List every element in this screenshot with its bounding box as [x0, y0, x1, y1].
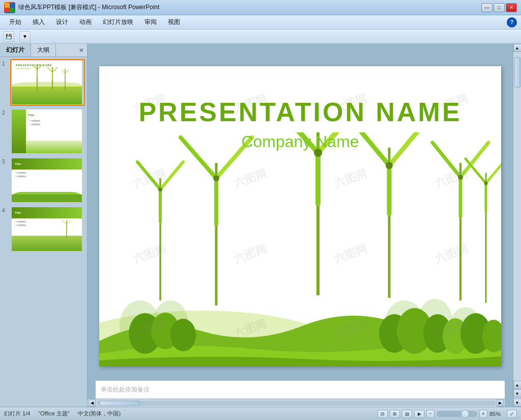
slide-item-4[interactable]: 4 Title • contents • contents	[2, 206, 85, 253]
menu-review[interactable]: 审阅	[139, 16, 162, 28]
svg-point-55	[458, 175, 463, 180]
main-slide[interactable]: 六图网 六图网 六图网 六图网 六图网 六图网 六图网 六图网 六图网 六图网 …	[99, 66, 501, 367]
svg-point-65	[484, 181, 488, 185]
slide-thumb-2[interactable]: Title • contents • contents	[10, 108, 85, 155]
slide-item-1[interactable]: 1 PRESENTATION NAME Company Name	[2, 59, 85, 106]
slide-item-3[interactable]: 3 Title • contents • contents	[2, 157, 85, 204]
save-button[interactable]: 💾	[3, 31, 14, 42]
notes-placeholder: 单击此处添加备注	[101, 385, 150, 394]
maximize-button[interactable]: □	[494, 3, 505, 12]
status-right: ⊟ ⊞ ▤ ▶ − + 85% ⤢	[378, 410, 517, 418]
svg-line-63	[486, 159, 501, 183]
slide-sorter-button[interactable]: ⊞	[390, 410, 400, 418]
svg-line-14	[65, 70, 69, 74]
status-bar: 幻灯片 1/4 "Office 主题" 中文(简体，中国) ⊟ ⊞ ▤ ▶ − …	[0, 407, 521, 420]
panel-tabs: 幻灯片 大纲 ✕	[0, 44, 87, 57]
zoom-plus-button[interactable]: +	[479, 410, 487, 418]
scroll-thumb[interactable]	[514, 57, 520, 88]
slide-thumb-4[interactable]: Title • contents • contents	[10, 206, 85, 253]
slide-number-4: 4	[2, 206, 8, 213]
slideshow-button[interactable]: ▶	[414, 410, 424, 418]
scroll-right-button[interactable]: ▶	[497, 400, 504, 407]
scroll-track	[513, 52, 521, 381]
zoom-slider[interactable]	[437, 411, 477, 417]
menu-bar: 开始 插入 设计 动画 幻灯片放映 审阅 视图 ?	[0, 15, 521, 30]
scroll-prev-slide[interactable]: ▲	[513, 381, 522, 389]
slide-editor-area: 六图网 六图网 六图网 六图网 六图网 六图网 六图网 六图网 六图网 六图网 …	[88, 44, 513, 407]
slide-number-3: 3	[2, 157, 8, 164]
theme-name: "Office 主题"	[38, 410, 69, 417]
svg-point-40	[213, 175, 219, 181]
vertical-scrollbar: ▲ ▲ ▼ ▼	[513, 44, 521, 407]
svg-line-9	[47, 67, 52, 72]
svg-line-5	[32, 65, 37, 70]
language-indicator: 中文(简体，中国)	[78, 410, 121, 417]
menu-design[interactable]: 设计	[51, 16, 73, 28]
horizontal-scroll-track	[97, 401, 496, 406]
svg-line-62	[466, 159, 486, 183]
slide-thumb-1[interactable]: PRESENTATION NAME Company Name	[10, 59, 85, 106]
svg-rect-1	[10, 3, 14, 8]
panel-close-button[interactable]: ✕	[76, 46, 87, 55]
slide-item-2[interactable]: 2 Title • contents • contents	[2, 108, 85, 155]
scroll-down-button[interactable]: ▼	[513, 399, 522, 407]
help-button[interactable]: ?	[507, 17, 517, 27]
slide-panel: 幻灯片 大纲 ✕ 1 PRESENTATION NAME Company Nam…	[0, 44, 88, 407]
close-button[interactable]: ✕	[506, 3, 517, 12]
svg-point-60	[158, 187, 162, 191]
title-bar: 绿色风车PPT模板 [兼容模式] - Microsoft PowerPoint …	[0, 0, 521, 15]
slide-editor-inner: 六图网 六图网 六图网 六图网 六图网 六图网 六图网 六图网 六图网 六图网 …	[88, 44, 513, 380]
svg-line-57	[137, 162, 160, 189]
menu-animation[interactable]: 动画	[74, 16, 97, 28]
slide-number-2: 2	[2, 108, 8, 116]
toolbar-dropdown[interactable]: ▼	[19, 31, 31, 42]
scroll-up-button[interactable]: ▲	[513, 44, 522, 52]
svg-rect-3	[10, 8, 14, 12]
window-title: 绿色风车PPT模板 [兼容模式] - Microsoft PowerPoint	[18, 3, 159, 12]
scroll-left-button[interactable]: ◀	[89, 400, 96, 407]
window-controls: — □ ✕	[481, 3, 517, 12]
tab-outline[interactable]: 大纲	[31, 44, 56, 57]
zoom-thumb[interactable]	[461, 410, 469, 418]
zoom-level: 85%	[489, 411, 505, 417]
menu-start[interactable]: 开始	[4, 16, 26, 28]
horizontal-scroll-thumb[interactable]	[99, 401, 140, 406]
quick-access-toolbar: 💾 ▼	[0, 30, 521, 44]
slide-number-1: 1	[2, 59, 8, 67]
reading-view-button[interactable]: ▤	[402, 410, 412, 418]
slide-thumb-3[interactable]: Title • contents • contents	[10, 157, 85, 204]
tab-slides[interactable]: 幻灯片	[0, 44, 31, 57]
svg-line-17	[63, 220, 67, 224]
slide-main-title[interactable]: PRESENTATION NAME	[99, 97, 501, 127]
svg-line-18	[67, 220, 71, 224]
svg-line-6	[37, 65, 42, 70]
notes-area[interactable]: 单击此处添加备注	[96, 380, 505, 399]
fit-window-button[interactable]: ⤢	[507, 410, 517, 418]
scroll-bottom-controls: ▲ ▼	[513, 381, 522, 398]
slide-background: 六图网 六图网 六图网 六图网 六图网 六图网 六图网 六图网 六图网 六图网 …	[99, 66, 501, 367]
slide-count: 幻灯片 1/4	[4, 410, 30, 417]
svg-line-13	[62, 70, 65, 74]
slide-subtitle[interactable]: Company Name	[99, 132, 501, 151]
menu-insert[interactable]: 插入	[27, 16, 50, 28]
minimize-button[interactable]: —	[481, 3, 493, 12]
horizontal-scrollbar: ◀ ▶	[88, 399, 505, 407]
svg-point-50	[386, 162, 393, 169]
zoom-minus-button[interactable]: −	[426, 410, 435, 418]
menu-slideshow[interactable]: 幻灯片放映	[98, 16, 138, 28]
help-icon: ?	[510, 19, 513, 25]
office-logo-icon	[4, 2, 15, 13]
svg-rect-0	[5, 3, 10, 8]
svg-rect-2	[5, 8, 10, 12]
slide-list: 1 PRESENTATION NAME Company Name	[0, 57, 87, 407]
title-bar-left: 绿色风车PPT模板 [兼容模式] - Microsoft PowerPoint	[4, 2, 159, 13]
wind-turbines-svg	[99, 132, 501, 336]
main-area: 幻灯片 大纲 ✕ 1 PRESENTATION NAME Company Nam…	[0, 44, 521, 407]
svg-line-10	[52, 67, 57, 72]
svg-line-58	[160, 162, 183, 189]
normal-view-button[interactable]: ⊟	[378, 410, 388, 418]
scroll-next-slide[interactable]: ▼	[513, 389, 522, 398]
menu-view[interactable]: 视图	[163, 16, 185, 28]
